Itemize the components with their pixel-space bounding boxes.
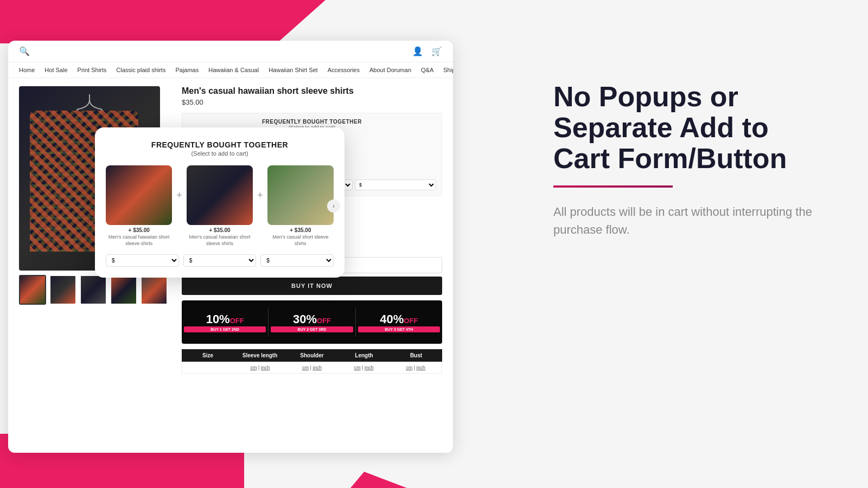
sc-header-sleeve: Sleeve length: [234, 349, 286, 362]
fbt-popup-item-1: + $35.00 Men's casual hawaiian short sle…: [106, 165, 172, 247]
right-panel-title: No Popups or Separate Add to Cart Form/B…: [553, 81, 825, 175]
fbt-popup-plus-1: +: [176, 190, 182, 201]
sc-unit-shoulder: cm | inch: [286, 362, 338, 373]
thumbnail-3[interactable]: [80, 275, 107, 305]
fbt-popup-price-3: + $35.00: [267, 227, 334, 233]
hanger-svg: [73, 92, 106, 111]
nav-shipping[interactable]: Shipping Policy: [443, 67, 453, 73]
thumbnail-5[interactable]: [141, 275, 168, 305]
bg-accent-top: [0, 0, 326, 43]
cm-link-shoulder[interactable]: cm: [302, 365, 309, 370]
fbt-popup-select-1[interactable]: $: [106, 254, 179, 267]
fbt-popup-name-1: Men's casual hawaiian short sleeve shirt…: [106, 234, 172, 247]
fbt-popup-plus-2: +: [257, 190, 263, 201]
fbt-inline-title: FREQUENTLY BOUGHT TOGETHER: [188, 119, 436, 125]
nav-accessories[interactable]: Accessories: [328, 67, 360, 73]
right-panel-description: All products will be in cart without int…: [553, 203, 825, 239]
fbt-popup-next-arrow[interactable]: ›: [327, 200, 340, 213]
fbt-popup-item-3: + $35.00 Men's casual short sleeve shirt…: [267, 165, 334, 247]
header-icons: 👤 🛒: [412, 46, 442, 56]
size-chart: Size Sleeve length Shoulder Length Bust …: [182, 349, 442, 374]
discount-banner: 10%OFF BUY 1 GET 2ND 30%OFF BUY 2 GET 3R…: [182, 300, 442, 344]
store-header: 🔍 👤 🛒: [8, 41, 453, 62]
nav-classic[interactable]: Classic plaid shirts: [116, 67, 165, 73]
sc-unit-size: [182, 362, 234, 373]
discount-item-3: 40%OFF BUY 3 GET 4TH: [356, 308, 442, 337]
nav-hot-sale[interactable]: Hot Sale: [44, 67, 67, 73]
sc-unit-bust: cm | inch: [390, 362, 442, 373]
inch-link-bust[interactable]: inch: [417, 365, 426, 370]
cart-icon[interactable]: 🛒: [431, 46, 442, 56]
fbt-popup-item-2: + $35.00 Men's casual hawaiian short sle…: [187, 165, 253, 247]
fbt-popup-title: FREQUENTLY BOUGHT TOGETHER: [106, 140, 334, 149]
fbt-popup-image-2: [187, 165, 253, 225]
discount-badge-1: BUY 1 GET 2ND: [184, 326, 266, 332]
nav-print-shirts[interactable]: Print Shirts: [78, 67, 107, 73]
fbt-popup-image-3: [267, 165, 334, 225]
cm-link-sleeve[interactable]: cm: [250, 365, 257, 370]
navigation-bar: Home Hot Sale Print Shirts Classic plaid…: [8, 62, 453, 78]
discount-item-1: 10%OFF BUY 1 GET 2ND: [182, 308, 269, 337]
off-label-1: OFF: [230, 317, 244, 325]
off-label-3: OFF: [404, 317, 418, 325]
nav-about[interactable]: About Doruman: [369, 67, 411, 73]
discount-pct-3: 40%OFF: [358, 312, 440, 326]
product-price: $35.00: [182, 98, 442, 106]
fbt-popup-price-1: + $35.00: [106, 227, 172, 233]
fbt-popup-select-3[interactable]: $: [260, 254, 334, 267]
sc-header-size: Size: [182, 349, 234, 362]
sc-header-bust: Bust: [390, 349, 442, 362]
fbt-popup-image-1: [106, 165, 172, 225]
fbt-popup: FREQUENTLY BOUGHT TOGETHER (Select to ad…: [95, 127, 344, 278]
size-chart-units: cm | inch cm | inch cm | inch cm | inch: [182, 362, 442, 374]
fbt-select-3[interactable]: $: [355, 179, 436, 190]
thumbnail-strip: [19, 275, 171, 305]
inch-link-sleeve[interactable]: inch: [261, 365, 270, 370]
fbt-popup-subtitle: (Select to add to cart): [106, 150, 334, 157]
thumbnail-1[interactable]: [19, 275, 46, 305]
sc-header-length: Length: [338, 349, 390, 362]
right-panel-divider: [553, 185, 673, 188]
discount-badge-3: BUY 3 GET 4TH: [358, 326, 440, 332]
fbt-popup-products: + $35.00 Men's casual hawaiian short sle…: [106, 165, 334, 247]
fbt-popup-selects: $ $ $: [106, 254, 334, 267]
browser-window: 🔍 👤 🛒 Home Hot Sale Print Shirts Classic…: [8, 41, 453, 453]
sc-header-shoulder: Shoulder: [286, 349, 338, 362]
discount-item-2: 30%OFF BUY 2 GET 3RD: [269, 308, 355, 337]
nav-home[interactable]: Home: [19, 67, 35, 73]
nav-qa[interactable]: Q&A: [421, 67, 433, 73]
cm-link-length[interactable]: cm: [354, 365, 361, 370]
inch-link-shoulder[interactable]: inch: [312, 365, 322, 370]
nav-hawaiian-casual[interactable]: Hawaiian & Casual: [208, 67, 259, 73]
buy-now-button[interactable]: BUY IT NOW: [182, 277, 442, 295]
sc-unit-length: cm | inch: [338, 362, 390, 373]
fbt-popup-name-2: Men's casual hawaiian short sleeve shirt…: [187, 234, 253, 247]
nav-pajamas[interactable]: Pajamas: [175, 67, 199, 73]
off-label-2: OFF: [317, 317, 331, 325]
nav-hawaiian-set[interactable]: Hawaiian Shirt Set: [269, 67, 318, 73]
fbt-popup-name-3: Men's casual short sleeve shirts: [267, 234, 334, 247]
fbt-popup-price-2: + $35.00: [187, 227, 253, 233]
cm-link-bust[interactable]: cm: [406, 365, 412, 370]
discount-badge-2: BUY 2 GET 3RD: [271, 326, 353, 332]
discount-pct-1: 10%OFF: [184, 312, 266, 326]
sc-unit-sleeve: cm | inch: [234, 362, 286, 373]
product-title: Men's casual hawaiian short sleeve shirt…: [182, 86, 442, 96]
size-chart-header: Size Sleeve length Shoulder Length Bust: [182, 349, 442, 362]
fbt-popup-select-2[interactable]: $: [183, 254, 257, 267]
inch-link-length[interactable]: inch: [365, 365, 374, 370]
thumbnail-4[interactable]: [110, 275, 137, 305]
discount-pct-2: 30%OFF: [271, 312, 353, 326]
search-icon[interactable]: 🔍: [19, 46, 30, 56]
thumbnail-2[interactable]: [49, 275, 76, 305]
user-icon[interactable]: 👤: [412, 46, 423, 56]
right-panel: No Popups or Separate Add to Cart Form/B…: [553, 81, 825, 239]
